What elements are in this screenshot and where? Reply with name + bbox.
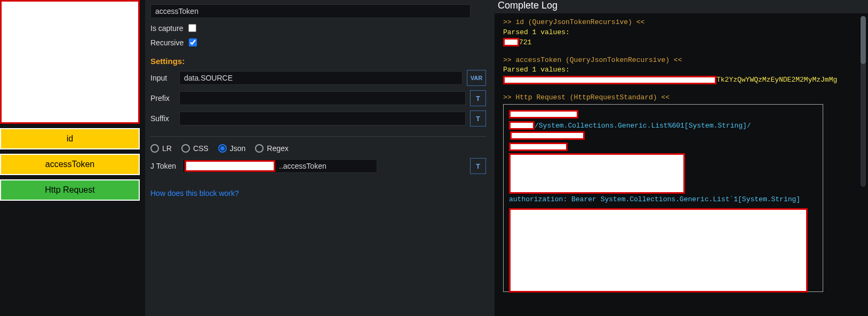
- settings-header: Settings:: [150, 57, 486, 66]
- scrollbar-track[interactable]: [861, 16, 866, 187]
- input-label: Input: [150, 74, 179, 82]
- parse-mode-lr[interactable]: LR: [150, 144, 172, 153]
- log-text: /System.Collections.Generic.List%601[Sys…: [535, 122, 751, 130]
- block-item-http-request[interactable]: Http Request: [0, 179, 140, 201]
- redacted-overlay: [509, 153, 685, 194]
- prefix-label: Prefix: [150, 94, 179, 102]
- log-text: Tk2YzQwYWQzMzEyNDE2M2MyMzJmMg: [716, 76, 837, 84]
- radio-icon: [218, 144, 227, 153]
- log-line: authorization: Bearer System.Collections…: [509, 195, 817, 205]
- parse-mode-label: Regex: [267, 144, 288, 153]
- is-capture-label: Is capture: [150, 24, 183, 33]
- block-list-panel: id accessToken Http Request: [0, 0, 145, 316]
- log-body: >> id (QueryJsonTokenRecursive) << Parse…: [495, 13, 868, 296]
- is-capture-checkbox[interactable]: [188, 24, 196, 32]
- suffix-field[interactable]: [179, 112, 466, 125]
- redacted-overlay: [509, 143, 568, 151]
- variable-name-input[interactable]: [150, 4, 471, 18]
- preview-box: [0, 0, 140, 124]
- radio-icon: [181, 144, 190, 153]
- input-field[interactable]: [179, 71, 463, 85]
- prefix-field[interactable]: [179, 91, 466, 105]
- suffix-label: Suffix: [150, 114, 179, 123]
- parse-mode-regex[interactable]: Regex: [255, 144, 288, 153]
- log-line: >> id (QueryJsonTokenRecursive) <<: [503, 18, 859, 28]
- log-line: /System.Collections.Generic.List%601[Sys…: [509, 121, 817, 141]
- parse-mode-label: Json: [230, 144, 246, 153]
- redacted-overlay: [509, 121, 535, 130]
- var-button[interactable]: VAR: [467, 70, 486, 86]
- redacted-overlay: [503, 76, 716, 84]
- jtoken-label: J Token: [150, 162, 182, 170]
- parse-mode-css[interactable]: CSS: [181, 144, 209, 153]
- suffix-type-button[interactable]: T: [470, 110, 486, 127]
- recursive-label: Recursive: [150, 38, 184, 47]
- redacted-overlay: [503, 38, 519, 46]
- block-settings-panel: Is capture Recursive Settings: Input VAR…: [145, 0, 495, 316]
- parse-mode-group: LR CSS Json Regex: [150, 144, 486, 153]
- log-panel: Complete Log >> id (QueryJsonTokenRecurs…: [495, 0, 868, 316]
- log-line: Tk2YzQwYWQzMzEyNDE2M2MyMzJmMg: [503, 75, 859, 85]
- help-link[interactable]: How does this block work?: [150, 189, 239, 198]
- parse-mode-label: LR: [162, 144, 172, 153]
- redacted-overlay: [510, 131, 585, 140]
- log-text: 721: [519, 38, 531, 46]
- log-line: >> Http Request (HttpRequestStandard) <<: [503, 93, 859, 103]
- redacted-overlay: [509, 110, 578, 118]
- recursive-checkbox[interactable]: [189, 38, 197, 46]
- log-line: >> accessToken (QueryJsonTokenRecursive)…: [503, 56, 859, 66]
- block-item-id[interactable]: id: [0, 128, 140, 149]
- jtoken-field[interactable]: [182, 159, 377, 173]
- block-item-accesstoken[interactable]: accessToken: [0, 154, 140, 175]
- log-line: Parsed 1 values:: [503, 65, 859, 75]
- parse-mode-json[interactable]: Json: [218, 144, 246, 153]
- http-request-box: /System.Collections.Generic.List%601[Sys…: [503, 104, 823, 292]
- prefix-type-button[interactable]: T: [470, 90, 486, 106]
- parse-mode-label: CSS: [193, 144, 209, 153]
- log-title: Complete Log: [495, 0, 868, 13]
- scrollbar-thumb[interactable]: [861, 16, 866, 64]
- log-line: Parsed 1 values:: [503, 28, 859, 38]
- radio-icon: [150, 144, 159, 153]
- log-line: 721: [503, 38, 859, 48]
- divider: [150, 136, 486, 137]
- redacted-overlay: [509, 208, 808, 293]
- radio-icon: [255, 144, 264, 153]
- jtoken-type-button[interactable]: T: [470, 158, 486, 174]
